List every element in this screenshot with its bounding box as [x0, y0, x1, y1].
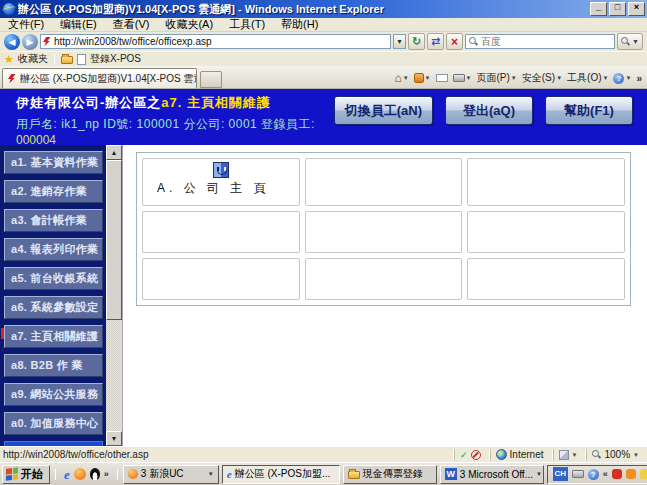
page-menu[interactable]: 页面(P)▼ — [476, 71, 516, 85]
help-icon: ? — [613, 73, 624, 84]
sidebar-item-a2[interactable]: a2. 進銷存作業 — [4, 180, 103, 203]
company-home-icon — [213, 162, 229, 178]
sidebar-item-a0[interactable]: a0. 加值服務中心 — [4, 412, 103, 435]
sidebar-item-a8[interactable]: a8. B2B 作 業 — [4, 354, 103, 377]
sidebar-item-a7[interactable]: a7. 主頁相關維護 — [4, 325, 103, 348]
read-mail-button[interactable] — [436, 74, 448, 82]
logout-button[interactable]: 登出(aQ) — [445, 96, 533, 125]
back-button[interactable]: ◀ — [4, 34, 20, 50]
menu-edit[interactable]: 编辑(E) — [52, 17, 105, 32]
protected-mode-icon — [559, 450, 569, 460]
menu-grid-frame: A. 公 司 主 頁 — [136, 152, 631, 306]
menu-cell-empty — [305, 258, 463, 300]
tray-icon[interactable] — [612, 469, 622, 479]
close-button[interactable]: × — [628, 2, 645, 16]
sina-uc-icon — [128, 469, 138, 479]
search-box[interactable] — [465, 34, 615, 49]
menu-cell-empty — [142, 211, 300, 253]
browser-window: 辦公區 (X-POS加盟商)V1.04[X-POS 雲通網] - Windows… — [0, 0, 647, 485]
url-input[interactable] — [54, 36, 388, 47]
taskbar: 开始 e » 3 新浪UC ▼ e 辦公區 (X-POS加盟... 現金傳票登錄… — [0, 462, 647, 485]
task-button-office-area[interactable]: e 辦公區 (X-POS加盟... — [222, 465, 340, 484]
print-button[interactable]: ▼ — [453, 74, 472, 82]
menu-cell-empty — [142, 258, 300, 300]
scroll-down-arrow[interactable]: ▼ — [106, 431, 122, 446]
menu-tools[interactable]: 工具(T) — [221, 17, 273, 32]
done-icon: ✓ — [460, 450, 468, 460]
tray-printer-icon[interactable] — [572, 470, 584, 478]
menu-help[interactable]: 帮助(H) — [273, 17, 326, 32]
home-button[interactable]: ⌂▼ — [394, 71, 408, 85]
minimize-button[interactable]: _ — [590, 2, 607, 16]
task-button-sina-uc[interactable]: 3 新浪UC ▼ — [123, 465, 219, 484]
task-button-office[interactable]: W 3 Microsoft Off... ▼ — [440, 465, 544, 484]
page-body: a1. 基本資料作業 a2. 進銷存作業 a3. 會計帳作業 a4. 報表列印作… — [0, 145, 647, 446]
word-icon: W — [445, 468, 457, 480]
feeds-button[interactable]: ▼ — [414, 73, 431, 83]
tools-menu[interactable]: 工具(O)▼ — [567, 71, 608, 85]
compatibility-button[interactable]: ⇄ — [427, 33, 444, 50]
sidebar-item-a1[interactable]: a1. 基本資料作業 — [4, 151, 103, 174]
menu-view[interactable]: 查看(V) — [105, 17, 158, 32]
help-button[interactable]: 幫助(F1) — [545, 96, 633, 125]
mail-icon — [436, 74, 448, 82]
menu-favorites[interactable]: 收藏夹(A) — [157, 17, 221, 32]
tray-icon[interactable] — [640, 469, 647, 479]
home-icon: ⌂ — [394, 71, 401, 85]
sidebar-scrollbar[interactable]: ▲ ▼ — [106, 145, 122, 446]
ie-quicklaunch-icon[interactable]: e — [64, 468, 70, 481]
sidebar-item-a3[interactable]: a3. 會計帳作業 — [4, 209, 103, 232]
zoom-control[interactable]: 100% ▼ — [586, 449, 644, 461]
menu-cell-empty — [305, 158, 463, 206]
sidebar-item-a9[interactable]: a9. 網站公共服務 — [4, 383, 103, 406]
quicklaunch-overflow[interactable]: » — [104, 469, 109, 479]
internet-globe-icon — [496, 449, 507, 460]
scrollbar-track[interactable] — [106, 160, 122, 431]
site-favicon — [43, 37, 51, 47]
printer-icon — [453, 74, 465, 82]
tab-title: 辦公區 (X-POS加盟商)V1.04[X-POS 雲通網] — [20, 72, 197, 86]
menu-file[interactable]: 文件(F) — [0, 17, 52, 32]
tray-icon[interactable] — [626, 469, 636, 479]
command-bar: ⌂▼ ▼ ▼ 页面(P)▼ 安全(S)▼ 工具(O)▼ ?▼ » — [394, 71, 645, 88]
favorites-label[interactable]: 收藏夹 — [18, 52, 48, 66]
new-tab-button[interactable] — [200, 71, 222, 88]
protected-mode[interactable]: ▼ — [553, 449, 583, 461]
switch-employee-button[interactable]: 切換員工(aN) — [334, 96, 433, 125]
quick-launch: e » — [61, 468, 112, 481]
search-icon — [469, 37, 478, 46]
menu-cell-empty — [305, 211, 463, 253]
sidebar-item-a4[interactable]: a4. 報表列印作業 — [4, 238, 103, 261]
forward-button[interactable]: ▶ — [22, 34, 38, 50]
maximize-button[interactable]: □ — [609, 2, 626, 16]
favorite-item[interactable]: 登錄X-POS — [90, 52, 141, 66]
tray-help-icon[interactable]: ? — [588, 469, 599, 480]
address-bar: ◀ ▶ ▼ ↻ ⇄ × ▼ — [0, 32, 647, 51]
search-input[interactable] — [481, 36, 611, 47]
task-button-cash-voucher[interactable]: 現金傳票登錄 — [343, 465, 437, 484]
sidebar-item-a6[interactable]: a6. 系統參數設定 — [4, 296, 103, 319]
menu-cell-company-home[interactable]: A. 公 司 主 頁 — [142, 158, 300, 206]
scrollbar-thumb[interactable] — [106, 160, 122, 320]
safety-menu[interactable]: 安全(S)▼ — [522, 71, 562, 85]
address-field[interactable] — [40, 34, 391, 49]
sidebar-item-guide[interactable]: 新手指南 — [4, 441, 103, 446]
ime-indicator[interactable]: CH — [553, 467, 568, 481]
help-menu[interactable]: ?▼ — [613, 73, 631, 84]
qq-icon[interactable] — [90, 468, 100, 480]
folder-icon — [348, 471, 360, 479]
orange-app-icon[interactable] — [74, 468, 86, 480]
windows-logo-icon — [6, 467, 18, 480]
tray-collapse-chevron[interactable]: « — [603, 469, 608, 479]
scroll-up-arrow[interactable]: ▲ — [106, 145, 122, 160]
add-favorite-folder-icon[interactable] — [61, 56, 73, 64]
overflow-chevron[interactable]: » — [636, 73, 642, 84]
stop-button[interactable]: × — [446, 33, 463, 50]
refresh-button[interactable]: ↻ — [408, 33, 425, 50]
search-go-button[interactable]: ▼ — [617, 33, 643, 50]
address-dropdown[interactable]: ▼ — [393, 34, 406, 49]
start-button[interactable]: 开始 — [2, 465, 50, 484]
status-link-url: http://win2008/tw/office/other.asp — [3, 449, 450, 460]
sidebar-item-a5[interactable]: a5. 前台收銀系統 — [4, 267, 103, 290]
tab-active[interactable]: 辦公區 (X-POS加盟商)V1.04[X-POS 雲通網] — [2, 68, 197, 88]
